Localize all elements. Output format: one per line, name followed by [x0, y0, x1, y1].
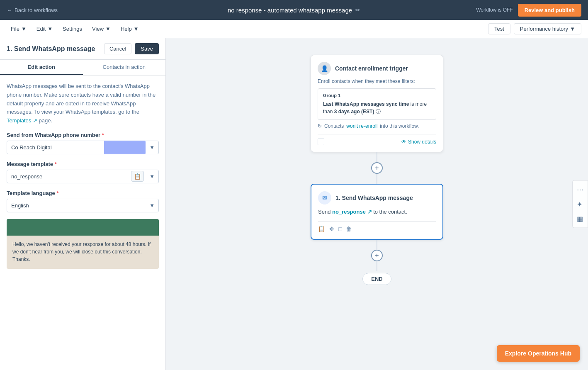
workflow-status: Workflow is OFF: [476, 7, 513, 13]
show-details-button[interactable]: 👁 Show details: [401, 139, 436, 145]
explore-operations-hub-button[interactable]: Explore Operations Hub: [497, 345, 580, 362]
main-layout: 1. Send WhatsApp message Cancel Save Edi…: [0, 38, 588, 370]
condition-value: 3 days ago (EST): [334, 109, 374, 114]
chat-icon[interactable]: ▦: [577, 215, 583, 223]
trigger-group-label: Group 1: [323, 93, 431, 98]
help-label: Help: [121, 26, 132, 32]
left-panel-title: 1. Send WhatsApp message: [7, 45, 95, 53]
action-template-link[interactable]: no_response ↗: [332, 209, 373, 215]
trigger-node-title: Contact enrollment trigger: [335, 65, 408, 72]
templates-link[interactable]: Templates ↗: [7, 117, 39, 124]
condition-field: Last WhatsApp messages sync time: [323, 101, 409, 107]
clipboard-icon[interactable]: 📋: [131, 171, 144, 182]
action-node-title: 1. Send WhatsApp message: [335, 195, 413, 201]
view-menu[interactable]: View ▼: [88, 23, 115, 34]
re-enroll-text: ↻ Contacts won't re-enroll into this wor…: [318, 123, 436, 129]
template-language-group: Template language * English ▼: [7, 190, 159, 212]
trigger-group-box: Group 1 Last WhatsApp messages sync time…: [318, 88, 436, 120]
edit-title-icon[interactable]: ✏: [355, 7, 360, 13]
file-menu[interactable]: File ▼: [7, 23, 31, 34]
connector-line-1: [377, 152, 377, 162]
secondary-nav-right: Test Performance history ▼: [488, 23, 581, 34]
trigger-condition: Last WhatsApp messages sync time is more…: [323, 100, 431, 115]
perf-history-chevron-icon: ▼: [570, 26, 575, 32]
contacts-in-action-tab[interactable]: Contacts in action: [83, 60, 166, 75]
add-step-button-2[interactable]: +: [371, 250, 383, 261]
copy-action-icon[interactable]: 📋: [318, 226, 325, 232]
left-panel: 1. Send WhatsApp message Cancel Save Edi…: [0, 38, 166, 370]
file-label: File: [11, 26, 19, 32]
connector-1: +: [371, 152, 383, 184]
top-nav-right: Workflow is OFF Review and publish: [476, 4, 581, 17]
message-preview: Hello, we haven't received your response…: [7, 219, 159, 269]
description-text: WhatsApp messages will be sent to the co…: [7, 82, 159, 125]
action-template-name: no_response: [332, 209, 366, 215]
trigger-node-footer: 👁 Show details: [318, 134, 436, 145]
workflow-title: no response - automated whatsapp message: [228, 7, 352, 14]
send-from-required: *: [102, 132, 104, 138]
duplicate-action-icon[interactable]: □: [338, 226, 342, 232]
help-chevron-icon: ▼: [134, 26, 139, 32]
action-node-header: ✉ 1. Send WhatsApp message: [318, 191, 436, 204]
send-from-select[interactable]: Co Reach Digital: [7, 141, 159, 154]
message-template-required: *: [55, 161, 57, 167]
connector-line-2: [377, 174, 377, 184]
sparkle-icon[interactable]: ✦: [577, 200, 583, 208]
file-chevron-icon: ▼: [21, 26, 27, 32]
secondary-navigation: File ▼ Edit ▼ Settings View ▼ Help ▼ Tes…: [0, 20, 588, 38]
message-template-field-wrapper: 📋 no_response ▼: [7, 170, 159, 183]
action-node-icon: ✉: [318, 191, 331, 204]
re-enroll-link[interactable]: won't re-enroll: [346, 123, 377, 129]
grid-icon[interactable]: ⋯: [577, 186, 583, 194]
workflow-title-area: no response - automated whatsapp message…: [228, 7, 360, 14]
edit-chevron-icon: ▼: [47, 26, 53, 32]
trigger-node-subtitle: Enroll contacts when they meet these fil…: [318, 78, 436, 84]
secondary-nav-left: File ▼ Edit ▼ Settings View ▼ Help ▼: [7, 23, 143, 34]
left-panel-header: 1. Send WhatsApp message Cancel Save: [0, 38, 165, 60]
save-button[interactable]: Save: [135, 43, 159, 54]
trigger-node[interactable]: 👤 Contact enrollment trigger Enroll cont…: [311, 55, 443, 152]
re-enroll-prefix: Contacts: [324, 123, 344, 129]
delete-action-icon[interactable]: 🗑: [346, 226, 352, 232]
performance-history-button[interactable]: Performance history ▼: [514, 23, 581, 34]
canvas-right-sidebar: ⋯ ✦ ▦: [572, 180, 588, 228]
workflow-area: 👤 Contact enrollment trigger Enroll cont…: [166, 38, 588, 370]
action-node-footer: 📋 ✥ □ 🗑: [318, 221, 436, 232]
connector-line-3: [377, 240, 377, 250]
template-language-label: Template language *: [7, 190, 159, 196]
preview-message-text: Hello, we haven't received your response…: [12, 241, 153, 263]
connector-line-4: [377, 261, 377, 271]
action-body-prefix: Send: [318, 209, 332, 215]
review-publish-button[interactable]: Review and publish: [518, 4, 581, 17]
end-node: END: [362, 273, 391, 285]
re-enroll-suffix: into this workflow.: [380, 123, 419, 129]
message-template-group: Message template * 📋 no_response ▼: [7, 161, 159, 183]
back-label: Back to workflows: [15, 7, 58, 13]
preview-bubble: Hello, we haven't received your response…: [7, 236, 159, 269]
template-language-select[interactable]: English: [7, 199, 159, 212]
action-node-body: Send no_response ↗ to the contact.: [318, 208, 436, 216]
trigger-node-icon: 👤: [318, 62, 331, 75]
cancel-button[interactable]: Cancel: [104, 43, 131, 54]
message-template-label: Message template *: [7, 161, 159, 167]
workflow-canvas[interactable]: 👤 Contact enrollment trigger Enroll cont…: [166, 38, 588, 370]
help-menu[interactable]: Help ▼: [117, 23, 143, 34]
top-navigation: ← Back to workflows no response - automa…: [0, 0, 588, 20]
back-to-workflows-link[interactable]: ← Back to workflows: [7, 7, 58, 13]
eye-icon: 👁: [401, 139, 406, 145]
trigger-checkbox[interactable]: [318, 139, 324, 145]
action-body-suffix: to the contact.: [373, 209, 407, 215]
send-from-group: Send from WhatsApp phone number * Co Rea…: [7, 132, 159, 154]
move-action-icon[interactable]: ✥: [329, 226, 334, 232]
settings-menu[interactable]: Settings: [58, 23, 86, 34]
perf-history-label: Performance history: [520, 26, 568, 32]
template-language-select-wrapper: English ▼: [7, 199, 159, 212]
add-step-button-1[interactable]: +: [371, 162, 383, 174]
settings-label: Settings: [63, 26, 82, 32]
action-node[interactable]: ✉ 1. Send WhatsApp message Send no_respo…: [311, 184, 443, 240]
edit-menu[interactable]: Edit ▼: [32, 23, 57, 34]
header-actions: Cancel Save: [104, 43, 159, 54]
edit-action-tab[interactable]: Edit action: [0, 60, 83, 75]
test-button[interactable]: Test: [488, 23, 510, 34]
view-label: View: [92, 26, 104, 32]
